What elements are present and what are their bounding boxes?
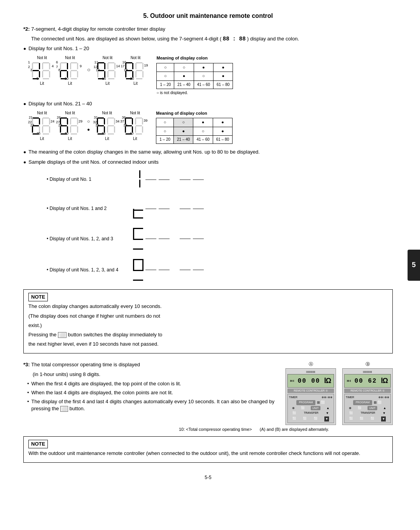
svg-rect-111 xyxy=(136,133,142,135)
svg-rect-37 xyxy=(114,63,116,69)
svg-rect-107 xyxy=(142,118,143,124)
bullet-unit-21-40: Display for unit Nos. 21 – 40 xyxy=(23,100,393,107)
svg-rect-78 xyxy=(70,118,71,124)
svg-rect-95 xyxy=(107,126,108,133)
svg-rect-70 xyxy=(61,117,67,119)
svg-rect-72 xyxy=(67,118,68,124)
svg-rect-17 xyxy=(61,70,67,71)
svg-rect-128 xyxy=(133,228,134,240)
not-lit-label-1: Not lit xyxy=(37,55,47,61)
colon-meaning-table-2: Meaning of display colon ○ ○ ● ● ○ ● ○ ● xyxy=(156,110,233,144)
svg-rect-110 xyxy=(142,126,143,133)
svg-rect-122 xyxy=(159,208,170,209)
svg-rect-141 xyxy=(193,269,204,270)
svg-rect-83 xyxy=(71,133,77,135)
svg-rect-28 xyxy=(98,62,104,63)
section3-text: *3: The total compressor operating time … xyxy=(23,361,278,414)
note-box-2: NOTE With the outdoor unit maintenance r… xyxy=(23,436,393,463)
svg-rect-41 xyxy=(108,78,114,79)
svg-rect-108 xyxy=(136,125,142,126)
sample-segs-3 xyxy=(132,227,205,250)
bullet3-3: The display of the first 4 and last 4 di… xyxy=(23,398,278,412)
svg-rect-138 xyxy=(145,269,156,270)
svg-rect-27 xyxy=(71,78,77,79)
caption-total: 10: <Total compressor operating time> xyxy=(179,427,252,432)
svg-rect-79 xyxy=(77,118,78,124)
sample-label-2: • Display of unit Nos. 1 and 2 xyxy=(47,205,124,212)
svg-rect-36 xyxy=(107,63,108,69)
bullet3-2: When the last 4 digits are displayed, th… xyxy=(23,389,278,396)
sample-segs-2 xyxy=(132,198,205,219)
seg-display-1-5 xyxy=(31,61,53,81)
section-tab: 5 xyxy=(408,250,420,281)
svg-rect-117 xyxy=(193,179,204,180)
svg-rect-93 xyxy=(114,118,115,124)
svg-rect-66 xyxy=(43,125,49,126)
note2-text: With the outdoor unit maintenance remote… xyxy=(28,450,388,457)
star-label-2: *2: xyxy=(23,26,30,32)
bullet-colon-2: Sample displays of the unit Nos. of conn… xyxy=(23,159,393,166)
svg-rect-112 xyxy=(139,170,140,178)
seg-display-6-10 xyxy=(59,61,81,81)
svg-rect-55 xyxy=(136,78,142,79)
svg-rect-44 xyxy=(132,63,133,69)
svg-rect-24 xyxy=(71,70,77,71)
svg-rect-16 xyxy=(67,63,68,69)
svg-rect-52 xyxy=(136,70,142,71)
svg-rect-56 xyxy=(33,117,39,119)
svg-rect-53 xyxy=(135,71,136,77)
svg-rect-130 xyxy=(159,238,170,239)
svg-rect-91 xyxy=(108,117,114,119)
svg-rect-25 xyxy=(70,71,71,77)
remote-images: Ⓐ ||||||||||||||| H·I 00 00 ⅠΩ xyxy=(285,361,393,425)
svg-rect-121 xyxy=(145,208,156,209)
svg-rect-97 xyxy=(108,133,114,135)
seg-display-26-30 xyxy=(59,117,81,136)
svg-rect-22 xyxy=(70,63,71,69)
svg-rect-80 xyxy=(71,125,77,126)
svg-rect-94 xyxy=(108,125,114,126)
svg-rect-2 xyxy=(39,63,40,69)
svg-rect-82 xyxy=(77,126,78,133)
svg-rect-58 xyxy=(39,118,40,124)
svg-rect-50 xyxy=(135,63,136,69)
svg-rect-140 xyxy=(180,269,191,270)
sample-row-4: • Display of unit Nos. 1, 2, 3, and 4 xyxy=(47,258,393,282)
svg-rect-35 xyxy=(108,62,114,63)
svg-rect-51 xyxy=(142,63,144,69)
svg-rect-127 xyxy=(133,248,143,250)
svg-rect-39 xyxy=(107,71,108,77)
seg-display-16-20 xyxy=(124,61,146,81)
sample-label-3: • Display of unit Nos. 1, 2, and 3 xyxy=(47,236,124,242)
remote-b: Ⓑ ||||||||||||||| H·I 00 62 ⅠΩ RE xyxy=(342,361,393,425)
svg-rect-118 xyxy=(133,210,143,211)
svg-rect-106 xyxy=(135,118,136,124)
svg-rect-65 xyxy=(49,118,50,124)
star-label-3: *3: xyxy=(23,362,31,367)
svg-rect-7 xyxy=(43,62,49,63)
svg-rect-109 xyxy=(135,126,136,133)
svg-rect-42 xyxy=(126,62,132,63)
svg-rect-126 xyxy=(133,239,143,240)
seg-display-21-25 xyxy=(31,117,53,136)
remote-a-display: H·I 00 00 ⅠΩ xyxy=(287,374,334,388)
svg-rect-0 xyxy=(33,62,39,63)
svg-rect-12 xyxy=(49,71,50,77)
bullet3-1: When the first 4 digits are displayed, t… xyxy=(23,380,278,387)
svg-rect-69 xyxy=(43,133,49,135)
svg-rect-134 xyxy=(133,270,143,271)
svg-rect-64 xyxy=(42,118,43,124)
svg-rect-133 xyxy=(133,259,143,260)
svg-rect-135 xyxy=(133,280,143,281)
section-2: *2: 7-segment, 4-digit display for remot… xyxy=(23,26,393,357)
svg-rect-129 xyxy=(145,238,156,239)
svg-rect-132 xyxy=(193,238,204,239)
remote-a-digits: 00 00 xyxy=(298,377,320,385)
sample-displays: • Display of unit No. 1 xyxy=(47,169,393,282)
svg-rect-67 xyxy=(42,126,43,133)
svg-rect-137 xyxy=(142,259,144,271)
sample-label-4: • Display of unit Nos. 1, 2, 3, and 4 xyxy=(47,267,124,273)
remote-captions: 10: <Total compressor operating time> (A… xyxy=(179,427,393,432)
main-content: 5. Outdoor unit maintenance remote contr… xyxy=(23,12,397,481)
svg-rect-136 xyxy=(133,259,134,271)
